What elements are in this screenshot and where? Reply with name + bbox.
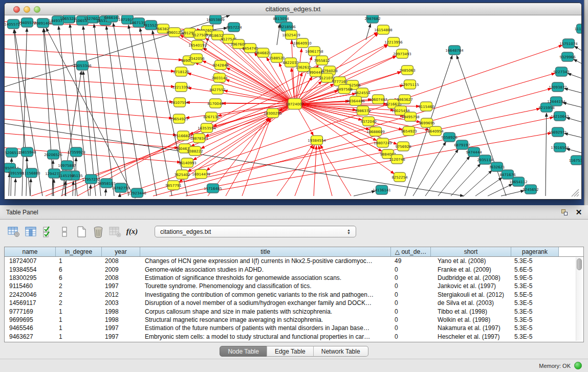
cell[interactable]: 1	[56, 324, 102, 332]
table-row[interactable]: 946554611997Estimation of the future num…	[5, 324, 575, 332]
table-mode-button[interactable]	[7, 225, 20, 238]
cell[interactable]: 1	[56, 308, 102, 315]
cell[interactable]: 9463627	[5, 333, 56, 340]
resize-grip[interactable]	[572, 189, 579, 196]
graph-edge[interactable]	[15, 179, 15, 196]
cell[interactable]: 1	[56, 333, 102, 340]
cell[interactable]: 5.3E-5	[511, 299, 559, 307]
cell[interactable]: 9465546	[5, 324, 56, 332]
graph-edge[interactable]	[296, 49, 302, 99]
cell[interactable]: 5.3E-5	[511, 333, 559, 340]
graph-edge[interactable]	[563, 103, 581, 108]
cell[interactable]: 18724007	[5, 257, 56, 265]
table-row[interactable]: 946362711997Embryonic stem cells: a mode…	[5, 333, 575, 341]
cell[interactable]: 0	[391, 308, 431, 315]
cell[interactable]: 19384554	[5, 266, 56, 273]
cell[interactable]: 2009	[102, 266, 140, 273]
tab-node-table[interactable]: Node Table	[220, 346, 267, 357]
graph-edge[interactable]	[5, 77, 175, 86]
cell[interactable]: 5.9E-5	[511, 274, 559, 281]
graph-edge[interactable]	[73, 181, 73, 196]
graph-edge[interactable]	[169, 117, 553, 196]
close-panel-button[interactable]: ✕	[574, 208, 584, 217]
cell[interactable]: 1998	[102, 316, 140, 323]
column-header-short[interactable]: short	[431, 247, 511, 256]
cell[interactable]: 14569117	[5, 299, 56, 307]
cell[interactable]: Estimation of the future numbers of pati…	[140, 324, 391, 332]
tab-edge-table[interactable]: Edge Table	[267, 346, 314, 357]
graph-edge[interactable]	[53, 179, 54, 196]
table-row[interactable]: 911546021997Tourette syndrome. Phenomeno…	[5, 282, 575, 290]
cell[interactable]: Tibbo et al. (1998)	[431, 308, 511, 315]
cell[interactable]: Yano et al. (2008)	[431, 257, 511, 265]
unselect-all-button[interactable]	[58, 225, 71, 238]
cell[interactable]: 22420046	[5, 291, 56, 298]
cell[interactable]: 1997	[102, 333, 140, 340]
graph-edge[interactable]	[314, 146, 316, 196]
cell[interactable]: 1997	[102, 324, 140, 332]
cell[interactable]: 6	[56, 266, 102, 273]
cell[interactable]: Stergiakouli et al. (2012)	[431, 291, 511, 298]
cell[interactable]: 0	[391, 324, 431, 332]
cell[interactable]: 0	[391, 274, 431, 281]
cell[interactable]: Estimation of significance thresholds fo…	[140, 274, 391, 281]
table-row[interactable]: 1456911722003Disruption of a novel membe…	[5, 299, 575, 307]
cell[interactable]: Investigating the contribution of common…	[140, 291, 391, 298]
select-all-button[interactable]	[41, 225, 54, 238]
table-row[interactable]: 969969511998Structural magnetic resonanc…	[5, 316, 575, 324]
graph-edge[interactable]	[140, 28, 172, 196]
cell[interactable]: Nakamura et al. (1997)	[431, 324, 511, 332]
graph-edge[interactable]	[292, 40, 295, 99]
cell[interactable]: Tourette syndrome. Phenomenology and cla…	[140, 282, 391, 290]
graph-edge[interactable]	[5, 133, 178, 148]
cell[interactable]: 2008	[102, 274, 140, 281]
show-columns-button[interactable]	[24, 225, 37, 238]
cell[interactable]: 5.6E-5	[511, 266, 559, 273]
graph-edge[interactable]	[413, 142, 446, 196]
graph-edge[interactable]	[105, 189, 106, 196]
table-selector-dropdown[interactable]: citations_edges.txt ▲▼	[155, 226, 356, 237]
graph-edge[interactable]	[5, 119, 177, 135]
graph-edge[interactable]	[9, 173, 10, 196]
cell[interactable]: 2003	[102, 299, 140, 307]
scrollbar-thumb[interactable]	[577, 258, 582, 270]
column-header-year[interactable]: year	[102, 247, 140, 256]
cell[interactable]: 0	[391, 282, 431, 290]
cell[interactable]: 2	[56, 299, 102, 307]
function-builder-button[interactable]: f(x)	[125, 225, 139, 238]
close-window-button[interactable]	[13, 6, 20, 13]
graph-edge[interactable]	[242, 118, 270, 196]
cell[interactable]: 9115460	[5, 282, 56, 290]
table-row[interactable]: 1938455462009Genome-wide association stu…	[5, 265, 575, 273]
graph-edge[interactable]	[475, 178, 502, 196]
zoom-window-button[interactable]	[34, 6, 40, 13]
graph-edge[interactable]	[5, 105, 172, 118]
cell[interactable]: de Silva et al. (2003)	[431, 299, 511, 307]
graph-edge[interactable]	[438, 157, 470, 196]
cell[interactable]: 0	[391, 333, 431, 340]
column-header-pagerank[interactable]: pagerank	[511, 247, 559, 256]
cell[interactable]: Dudbridge et al. (2008)	[431, 274, 511, 281]
cell[interactable]: 1998	[102, 308, 140, 315]
delete-row-button[interactable]	[92, 225, 105, 238]
column-header-in_degree[interactable]: in_degree	[56, 247, 102, 256]
cell[interactable]: 1	[56, 257, 102, 265]
graph-edge[interactable]	[568, 73, 581, 79]
cell[interactable]: 0	[391, 266, 431, 273]
cell[interactable]: 6	[56, 274, 102, 281]
cell[interactable]: 0	[391, 291, 431, 298]
cell[interactable]: 2	[56, 291, 102, 298]
graph-edge[interactable]	[574, 59, 581, 65]
new-row-button[interactable]	[75, 225, 88, 238]
graph-edge[interactable]	[574, 46, 581, 52]
memory-status-icon[interactable]	[574, 362, 582, 369]
table-row[interactable]: 977716911998Corpus callosum shape and si…	[5, 307, 575, 315]
graph-edge[interactable]	[128, 25, 157, 196]
cell[interactable]: Embryonic stem cells: a model to study s…	[140, 333, 391, 340]
cell[interactable]: Structural magnetic resonance image aver…	[140, 316, 391, 323]
network-window-titlebar[interactable]: citations_edges.txt	[5, 3, 581, 15]
cell[interactable]: Changes of HCN gene expression and I(f) …	[140, 257, 391, 265]
cell[interactable]: Hescheler et al. (1997)	[431, 333, 511, 340]
cell[interactable]: 5.3E-5	[511, 308, 559, 315]
network-canvas[interactable]: 1405572419405572208914061849377010653287…	[5, 15, 581, 199]
